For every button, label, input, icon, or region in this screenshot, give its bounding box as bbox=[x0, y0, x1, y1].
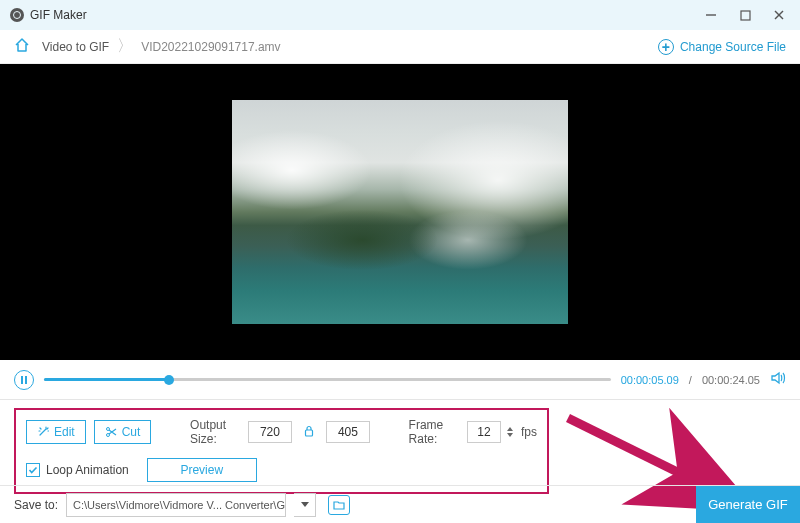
output-width-input[interactable] bbox=[248, 421, 292, 443]
breadcrumb-root[interactable]: Video to GIF bbox=[42, 40, 109, 54]
seek-slider[interactable] bbox=[44, 378, 611, 381]
loop-label: Loop Animation bbox=[46, 463, 129, 477]
save-bar: Save to: C:\Users\Vidmore\Vidmore V... C… bbox=[0, 485, 800, 523]
close-button[interactable] bbox=[762, 1, 796, 29]
svg-rect-6 bbox=[305, 430, 312, 436]
cut-label: Cut bbox=[122, 425, 141, 439]
edit-button[interactable]: Edit bbox=[26, 420, 86, 444]
preview-label: Preview bbox=[180, 463, 223, 477]
close-icon bbox=[773, 9, 785, 21]
app-title: GIF Maker bbox=[30, 8, 87, 22]
plus-circle-icon: + bbox=[658, 39, 674, 55]
checkbox-checked-icon bbox=[26, 463, 40, 477]
minimize-icon bbox=[705, 9, 717, 21]
save-path-field[interactable]: C:\Users\Vidmore\Vidmore V... Converter\… bbox=[66, 493, 286, 517]
folder-icon bbox=[333, 500, 345, 510]
change-source-button[interactable]: + Change Source File bbox=[658, 39, 786, 55]
save-to-label: Save to: bbox=[14, 498, 58, 512]
cut-button[interactable]: Cut bbox=[94, 420, 152, 444]
fps-unit-label: fps bbox=[521, 425, 537, 439]
output-height-input[interactable] bbox=[326, 421, 370, 443]
open-folder-button[interactable] bbox=[328, 495, 350, 515]
volume-button[interactable] bbox=[770, 370, 786, 390]
breadcrumb-file: VID20221029091717.amv bbox=[141, 40, 280, 54]
minimize-button[interactable] bbox=[694, 1, 728, 29]
app-logo-icon bbox=[10, 8, 24, 22]
pause-icon bbox=[21, 376, 23, 384]
time-total: 00:00:24.05 bbox=[702, 374, 760, 386]
loop-animation-checkbox[interactable]: Loop Animation bbox=[26, 463, 129, 477]
chevron-up-icon[interactable] bbox=[507, 427, 513, 431]
time-current: 00:00:05.09 bbox=[621, 374, 679, 386]
fps-stepper[interactable] bbox=[507, 427, 513, 437]
playback-bar: 00:00:05.09/00:00:24.05 bbox=[0, 360, 800, 400]
video-preview-area bbox=[0, 64, 800, 360]
settings-panel: Edit Cut Output Size: Frame Rate: bbox=[14, 408, 549, 494]
breadcrumb-bar: Video to GIF 〉 VID20221029091717.amv + C… bbox=[0, 30, 800, 64]
video-frame[interactable] bbox=[232, 100, 568, 324]
magic-wand-icon bbox=[37, 426, 49, 438]
svg-rect-1 bbox=[741, 11, 750, 20]
breadcrumb-separator-icon: 〉 bbox=[117, 36, 133, 57]
chevron-down-icon[interactable] bbox=[507, 433, 513, 437]
preview-button[interactable]: Preview bbox=[147, 458, 257, 482]
frame-rate-label: Frame Rate: bbox=[409, 418, 459, 446]
scissors-icon bbox=[105, 426, 117, 438]
maximize-icon bbox=[740, 10, 751, 21]
pause-button[interactable] bbox=[14, 370, 34, 390]
triangle-down-icon bbox=[301, 502, 309, 507]
fps-input[interactable] bbox=[467, 421, 501, 443]
lock-aspect-icon[interactable] bbox=[300, 425, 318, 440]
change-source-label: Change Source File bbox=[680, 40, 786, 54]
generate-gif-button[interactable]: Generate GIF bbox=[696, 486, 800, 524]
edit-label: Edit bbox=[54, 425, 75, 439]
title-bar: GIF Maker bbox=[0, 0, 800, 30]
output-size-label: Output Size: bbox=[190, 418, 240, 446]
home-icon[interactable] bbox=[14, 37, 30, 57]
seek-thumb[interactable] bbox=[164, 375, 174, 385]
maximize-button[interactable] bbox=[728, 1, 762, 29]
generate-label: Generate GIF bbox=[708, 497, 787, 512]
save-path-dropdown[interactable] bbox=[294, 493, 316, 517]
